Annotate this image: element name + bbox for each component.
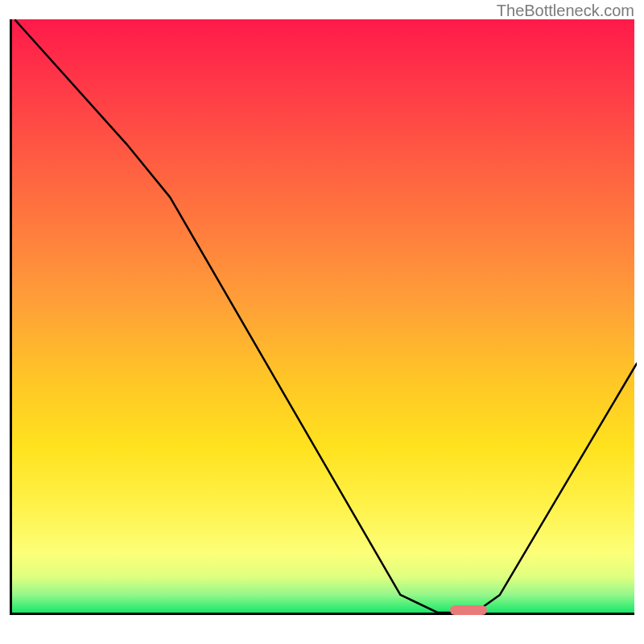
chart-container bbox=[10, 19, 634, 634]
optimal-marker bbox=[450, 605, 487, 615]
plot-area bbox=[10, 19, 634, 615]
watermark-text: TheBottleneck.com bbox=[497, 2, 634, 20]
bottleneck-curve bbox=[14, 19, 637, 613]
